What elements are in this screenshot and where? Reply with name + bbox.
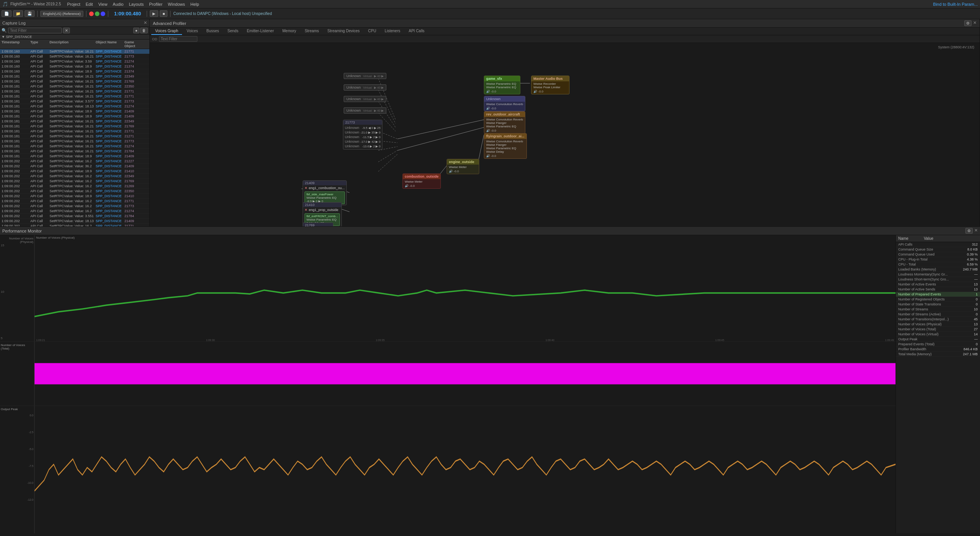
chart3-y-labels: Output Peak 0.0 -2.5 -5.0 -7.5 -10.0 -12… (0, 406, 35, 533)
capture-log-row[interactable]: 1:09:00.202 API Call SetRTPCValue: Value… (0, 224, 149, 226)
perf-stat-row[interactable]: Total Media (Memory) 247.1 MB (896, 352, 980, 357)
capture-log-row[interactable]: 1:09:00.181 API Call SetRTPCValue: Value… (0, 134, 149, 139)
capture-log-row[interactable]: 1:09:00.202 API Call SetRTPCValue: Value… (0, 179, 149, 184)
capture-log-row[interactable]: 1:09:00.181 API Call SetRTPCValue: Value… (0, 154, 149, 159)
menu-help[interactable]: Help (190, 2, 199, 7)
ap-settings-btn[interactable]: ⚙ (964, 20, 972, 26)
ap-close-icon[interactable]: ✕ (973, 20, 977, 26)
capture-log-row[interactable]: 1:09:00.160 API Call SetRTPCValue: Value… (0, 54, 149, 59)
stop-btn[interactable]: ■ (160, 10, 167, 17)
capture-log-row[interactable]: 1:09:00.202 API Call SetRTPCValue: Value… (0, 169, 149, 174)
capture-log-row[interactable]: 1:09:00.181 API Call SetRTPCValue: Value… (0, 119, 149, 124)
perf-stat-row[interactable]: Number of Streams (Active) 0 (896, 312, 980, 317)
perf-stat-row[interactable]: API Calls 312 (896, 242, 980, 247)
capture-clear-all-btn[interactable]: 🗑 (140, 28, 148, 33)
ap-header: Advanced Profiler ⚙ ✕ (150, 19, 980, 28)
perf-stat-row[interactable]: Output Peak — (896, 337, 980, 342)
capture-log-row[interactable]: 1:09:00.202 API Call SetRTPCValue: Value… (0, 189, 149, 194)
close-icon[interactable]: ✕ (144, 20, 147, 25)
capture-log-row[interactable]: 1:09:00.181 API Call SetRTPCValue: Value… (0, 124, 149, 129)
perf-close-icon[interactable]: ✕ (974, 228, 978, 234)
perf-stat-row[interactable]: Number of Active Events 13 (896, 282, 980, 287)
perf-settings-btn[interactable]: ⚙ (965, 228, 973, 234)
capture-log-row[interactable]: 1:09:00.181 API Call SetRTPCValue: Value… (0, 139, 149, 144)
capture-log-row[interactable]: 1:09:00.202 API Call SetRTPCValue: Value… (0, 174, 149, 179)
perf-stat-row[interactable]: Number of Active Sends 13 (896, 287, 980, 292)
perf-stat-row[interactable]: Number of Registered Objects 0 (896, 297, 980, 302)
perf-stat-row[interactable]: Loudness Momentary(Sync Gr... — (896, 272, 980, 277)
ap-filter-input[interactable] (159, 36, 197, 42)
perf-stat-row[interactable]: Number of Voices (Virtual) 14 (896, 332, 980, 337)
perf-stat-row[interactable]: Number of Transitions(Interpol...) 45 (896, 317, 980, 322)
capture-log-row[interactable]: 1:09:00.160 API Call SetRTPCValue: Value… (0, 64, 149, 69)
menu-project[interactable]: Project (67, 2, 80, 7)
capture-log-row[interactable]: 1:09:00.181 API Call SetRTPCValue: Value… (0, 144, 149, 149)
lang-btn[interactable]: English(US) (Reference) (40, 11, 83, 17)
menu-profiler[interactable]: Profiler (149, 2, 162, 7)
capture-log-row[interactable]: 1:09:00.160 API Call SetRTPCValue: Value… (0, 69, 149, 74)
perf-stat-row[interactable]: Number of State Transitions 0 (896, 302, 980, 307)
new-btn[interactable]: 📄 (2, 10, 12, 17)
capture-record-btn[interactable]: ● (133, 28, 139, 33)
capture-log-row[interactable]: 1:09:00.181 API Call SetRTPCValue: Value… (0, 94, 149, 99)
menu-layouts[interactable]: Layouts (129, 2, 144, 7)
capture-clear-btn[interactable]: ✕ (63, 28, 70, 33)
record-indicator (89, 12, 94, 16)
capture-log-row[interactable]: 1:09:00.181 API Call SetRTPCValue: Value… (0, 74, 149, 79)
perf-stat-row[interactable]: Number of Voices (Physical) 13 (896, 322, 980, 327)
perf-stat-row[interactable]: Command Queue Used 0.39 % (896, 252, 980, 257)
open-btn[interactable]: 📁 (13, 10, 23, 17)
capture-log-row[interactable]: 1:09:00.202 API Call SetRTPCValue: Value… (0, 204, 149, 209)
capture-log-row[interactable]: 1:09:00.181 API Call SetRTPCValue: Value… (0, 89, 149, 94)
tab-emitter-listener[interactable]: Emitter-Listener (243, 28, 278, 35)
voices-graph-canvas[interactable]: Unknown Virtual ▶40▶ Unknown Virtual ▶40… (150, 43, 980, 226)
tab-sends[interactable]: Sends (223, 28, 242, 35)
capture-log-row[interactable]: 1:09:00.202 API Call SetRTPCValue: Value… (0, 209, 149, 214)
top-bar-right: Bind to Built-In Param... (933, 2, 978, 7)
perf-stat-row[interactable]: Number of Streams 10 (896, 307, 980, 312)
tab-api-calls[interactable]: API Calls (405, 28, 428, 35)
perf-stat-row[interactable]: CPU - Total 6.59 % (896, 262, 980, 267)
capture-log-row[interactable]: 1:09:00.202 API Call SetRTPCValue: Value… (0, 199, 149, 204)
capture-log-row[interactable]: 1:09:00.160 API Call SetRTPCValue: Value… (0, 59, 149, 64)
capture-log-row[interactable]: 1:09:00.202 API Call SetRTPCValue: Value… (0, 219, 149, 224)
save-btn[interactable]: 💾 (25, 10, 35, 17)
capture-log-row[interactable]: 1:09:00.160 API Call SetRTPCValue: Value… (0, 49, 149, 54)
capture-log-row[interactable]: 1:09:00.181 API Call SetRTPCValue: Value… (0, 149, 149, 154)
menu-windows[interactable]: Windows (168, 2, 185, 7)
tab-busses[interactable]: Busses (203, 28, 223, 35)
capture-log-row[interactable]: 1:09:00.181 API Call SetRTPCValue: Value… (0, 84, 149, 89)
capture-log-row[interactable]: 1:09:00.181 API Call SetRTPCValue: Value… (0, 109, 149, 114)
tab-voices-graph[interactable]: Voices Graph (151, 28, 182, 35)
capture-log-row[interactable]: 1:09:00.181 API Call SetRTPCValue: Value… (0, 79, 149, 84)
play-btn[interactable]: ▶ (150, 10, 158, 17)
perf-stat-row[interactable]: Prepared Events (Total) 0 (896, 342, 980, 347)
capture-log-row[interactable]: 1:09:00.181 API Call SetRTPCValue: Value… (0, 129, 149, 134)
tab-cpu[interactable]: CPU (364, 28, 380, 35)
menu-view[interactable]: View (98, 2, 108, 7)
perf-stat-row[interactable]: Loaded Banks (Memory) 240.7 MB (896, 267, 980, 272)
capture-log-row[interactable]: 1:09:00.181 API Call SetRTPCValue: Value… (0, 104, 149, 109)
perf-stat-row[interactable]: CPU - Plug-in Total 4.38 % (896, 257, 980, 262)
tab-streaming-devices[interactable]: Streaming Devices (324, 28, 364, 35)
menu-audio[interactable]: Audio (113, 2, 124, 7)
tab-streams[interactable]: Streams (301, 28, 323, 35)
perf-stat-row[interactable]: Number of Voices (Total) 27 (896, 327, 980, 332)
perf-stat-row[interactable]: Command Queue Size 8.0 KB (896, 247, 980, 252)
capture-log-row[interactable]: 1:09:00.202 API Call SetRTPCValue: Value… (0, 214, 149, 219)
menu-edit[interactable]: Edit (86, 2, 93, 7)
capture-log-row[interactable]: 1:09:00.202 API Call SetRTPCValue: Value… (0, 164, 149, 169)
perf-stat-row[interactable]: Number of Prepared Events 1 (896, 292, 980, 297)
tab-voices[interactable]: Voices (183, 28, 202, 35)
perf-stat-row[interactable]: Loudness Short-term(Sync Gro... — (896, 277, 980, 282)
capture-log-row[interactable]: 1:09:00.202 API Call SetRTPCValue: Value… (0, 194, 149, 199)
bind-param-label[interactable]: Bind to Built-In Param... (933, 2, 978, 7)
capture-log-row[interactable]: 1:09:00.181 API Call SetRTPCValue: Value… (0, 114, 149, 119)
capture-log-row[interactable]: 1:09:00.181 API Call SetRTPCValue: Value… (0, 99, 149, 104)
capture-log-row[interactable]: 1:09:00.202 API Call SetRTPCValue: Value… (0, 184, 149, 189)
capture-log-row[interactable]: 1:09:00.202 API Call SetRTPCValue: Value… (0, 159, 149, 164)
tab-memory[interactable]: Memory (278, 28, 300, 35)
tab-listeners[interactable]: Listeners (381, 28, 404, 35)
capture-filter-input[interactable] (8, 28, 62, 33)
perf-stat-row[interactable]: Profiler Bandwidth 846.4 KB (896, 347, 980, 352)
